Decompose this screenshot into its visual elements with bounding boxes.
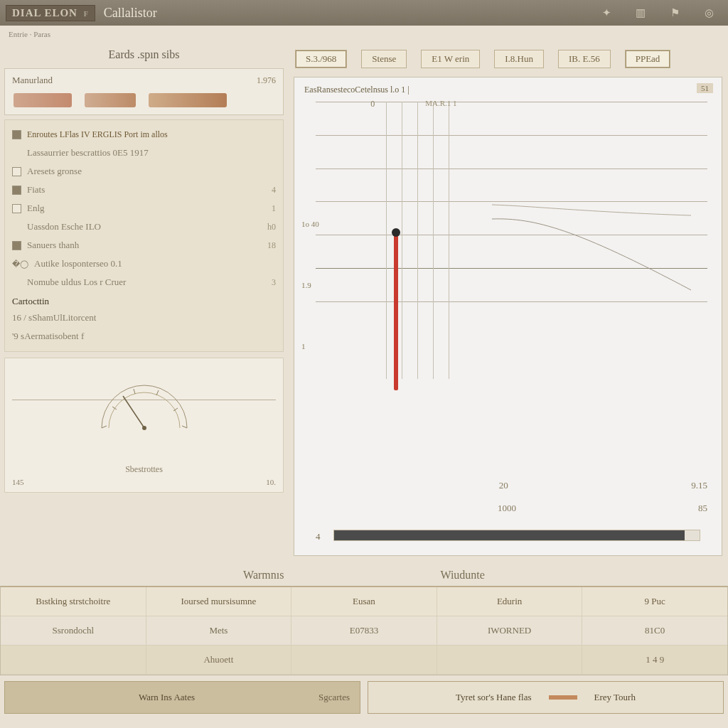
checkbox-icon[interactable] bbox=[12, 241, 21, 250]
tab[interactable]: PPEad bbox=[625, 50, 671, 68]
pin-icon[interactable]: ✦ bbox=[600, 6, 613, 19]
option-row[interactable]: Uassdon Esche ILOh0 bbox=[12, 218, 276, 236]
svg-line-0 bbox=[123, 396, 144, 428]
option-label: Enroutes LFlas IV ERGLIS Port im allos bbox=[27, 129, 168, 140]
option-row[interactable]: Nomube uldus Los r Cruer3 bbox=[12, 273, 276, 291]
tab[interactable]: IB. E.56 bbox=[558, 50, 611, 68]
sub-option-row[interactable]: '9 sAermatisobent f bbox=[12, 327, 276, 346]
checkbox-icon[interactable] bbox=[12, 130, 21, 139]
progress-start: 4 bbox=[316, 531, 321, 542]
material-value: 1.976 bbox=[257, 75, 276, 86]
option-row[interactable]: Sanuers thanh18 bbox=[12, 236, 276, 255]
dial-min: 145 bbox=[12, 478, 24, 486]
option-value: 4 bbox=[272, 185, 276, 196]
checkbox-icon[interactable] bbox=[12, 204, 21, 213]
svg-line-7 bbox=[182, 426, 187, 428]
tab[interactable]: I.8.Hun bbox=[494, 50, 544, 68]
dial-caption: Sbestrottes bbox=[125, 464, 163, 475]
tab[interactable]: Stense bbox=[361, 50, 407, 68]
option-row[interactable]: Enlg1 bbox=[12, 199, 276, 218]
gear-icon[interactable]: ◎ bbox=[702, 6, 715, 19]
dial-gauge-icon bbox=[91, 371, 198, 435]
subsection-label: Cartocttin bbox=[12, 291, 276, 309]
dial-max: 10. bbox=[266, 478, 276, 486]
sub-option-row[interactable]: 16 / sShamUlLitorcent bbox=[12, 309, 276, 327]
table-cell bbox=[291, 646, 437, 675]
option-label: Autike losponterseo 0.1 bbox=[34, 258, 122, 269]
tab[interactable]: S.3./968 bbox=[295, 50, 347, 68]
svg-point-1 bbox=[142, 426, 146, 430]
table-cell: Ahuoett bbox=[146, 646, 292, 675]
option-row[interactable]: Fiats4 bbox=[12, 181, 276, 199]
option-label: Lassaurrier bescrattios 0E5 1917 bbox=[27, 147, 149, 159]
swatch-2[interactable] bbox=[85, 93, 136, 107]
primary-action-button[interactable]: Warn Ins Aates Sgcartes bbox=[4, 681, 360, 714]
canvas-title: EasRansestecoCetelnsus l.o 1 | bbox=[304, 85, 712, 95]
material-box: Manurland 1.976 bbox=[4, 68, 284, 115]
svg-line-4 bbox=[134, 389, 135, 394]
checkbox-icon[interactable] bbox=[12, 167, 21, 176]
main-area: S.3./968StenseE1 W erinI.8.HunIB. E.56PP… bbox=[288, 43, 728, 562]
table-cell: Mets bbox=[146, 616, 292, 646]
option-value: 3 bbox=[272, 277, 276, 288]
trace-icon bbox=[492, 191, 691, 318]
table-cell: E07833 bbox=[291, 616, 437, 646]
swatch-icon bbox=[549, 695, 577, 700]
svg-line-2 bbox=[102, 426, 107, 428]
canvas-panel: EasRansestecoCetelnsus l.o 1 | 51 0 MA.R… bbox=[294, 77, 722, 556]
table-cell: 81C0 bbox=[582, 616, 727, 646]
indicator-needle[interactable] bbox=[394, 234, 398, 390]
option-value: 18 bbox=[267, 240, 276, 251]
sidebar-title: Eards .spın sibs bbox=[4, 43, 284, 68]
breadcrumb: Entrie · Paras bbox=[0, 26, 728, 43]
options-panel: Enroutes LFlas IV ERGLIS Port im allosLa… bbox=[4, 119, 284, 352]
option-label: Aresets gronse bbox=[27, 166, 82, 177]
option-row[interactable]: Aresets gronse bbox=[12, 162, 276, 181]
tab[interactable]: E1 W erin bbox=[421, 50, 480, 68]
radio-icon[interactable]: �◯ bbox=[12, 259, 28, 269]
canvas-badge: 51 bbox=[697, 83, 713, 93]
option-value: h0 bbox=[267, 222, 276, 232]
plot-grid: 0 MA.R.1 1 bbox=[316, 102, 707, 379]
option-row[interactable]: Lassaurrier bescrattios 0E5 1917 bbox=[12, 144, 276, 162]
table-cell bbox=[1, 646, 146, 675]
table-cell bbox=[437, 646, 583, 675]
app-badge: DIAL ELON F bbox=[6, 5, 95, 21]
option-label: Sanuers thanh bbox=[27, 240, 79, 251]
checkbox-icon[interactable] bbox=[12, 186, 21, 195]
option-label: Fiats bbox=[27, 184, 45, 196]
table-cell: Ioursed mursisumne bbox=[146, 587, 292, 616]
material-label: Manurland bbox=[12, 75, 53, 86]
table-cell: 9 Puc bbox=[582, 587, 727, 616]
dial-panel: Sbestrottes 145 10. bbox=[4, 358, 284, 493]
chart-icon[interactable]: ▥ bbox=[634, 6, 647, 19]
option-label: Uassdon Esche ILO bbox=[27, 221, 101, 232]
option-value: 1 bbox=[272, 203, 276, 214]
sidebar: Eards .spın sibs Manurland 1.976 Enroute… bbox=[0, 43, 288, 562]
option-row[interactable]: �◯Autike losponterseo 0.1 bbox=[12, 255, 276, 273]
section-title-left: Warmnıs bbox=[243, 562, 284, 586]
swatch-3[interactable] bbox=[149, 93, 227, 107]
secondary-action-button[interactable]: Tyret sor's Hane flas Erey Tourh bbox=[368, 681, 724, 714]
result-table: Bıstking strstchoitreIoursed mursisumneE… bbox=[0, 586, 728, 675]
tab-bar: S.3./968StenseE1 W erinI.8.HunIB. E.56PP… bbox=[294, 43, 722, 77]
table-cell: Bıstking strstchoitre bbox=[1, 587, 146, 616]
table-cell: 1 4 9 bbox=[582, 646, 727, 675]
option-row[interactable]: Enroutes LFlas IV ERGLIS Port im allos bbox=[12, 126, 276, 144]
table-cell: IWORNED bbox=[437, 616, 583, 646]
option-label: Enlg bbox=[27, 203, 45, 214]
progress-bar[interactable] bbox=[333, 530, 700, 541]
table-cell: Eusan bbox=[291, 587, 437, 616]
swatch-1[interactable] bbox=[14, 93, 72, 107]
table-cell: Edurin bbox=[437, 587, 583, 616]
flag-icon[interactable]: ⚑ bbox=[668, 6, 681, 19]
table-cell: Ssrondochl bbox=[1, 616, 146, 646]
section-title-right: Wiudunte bbox=[440, 562, 484, 586]
window-title: Callalistor bbox=[104, 6, 157, 21]
option-label: Nomube uldus Los r Cruer bbox=[27, 277, 126, 288]
title-bar: DIAL ELON F Callalistor ✦ ▥ ⚑ ◎ bbox=[0, 0, 728, 26]
